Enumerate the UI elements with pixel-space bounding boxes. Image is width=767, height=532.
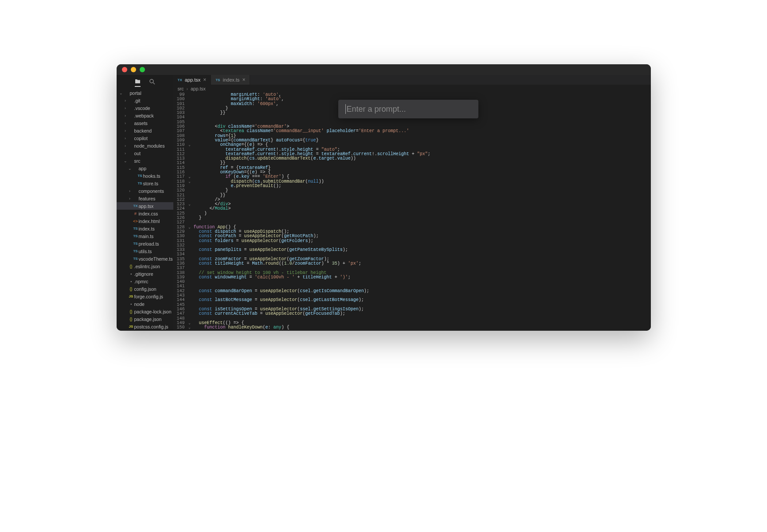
fold-marker: [188, 188, 192, 193]
chevron-right-icon[interactable]: ›: [123, 144, 128, 148]
explorer-icon[interactable]: [135, 78, 141, 87]
code-line[interactable]: <textarea className='commandBar__input' …: [194, 129, 651, 133]
tab-index-ts[interactable]: TSindex.ts×: [211, 75, 250, 85]
tree-item-postcss-config-js[interactable]: JSpostcss.config.js: [117, 323, 173, 330]
chevron-right-icon[interactable]: ›: [123, 151, 128, 156]
tree-item-node_modules[interactable]: ›node_modules: [117, 142, 173, 149]
code-line[interactable]: const titleHeight = Math.round((1.0/zoom…: [194, 262, 651, 266]
tree-item--webpack[interactable]: ›.webpack: [117, 112, 173, 119]
tree-item-vscodeTheme-ts[interactable]: TSvscodeTheme.ts: [117, 255, 173, 262]
code-line[interactable]: [194, 220, 651, 225]
tree-item-utils-ts[interactable]: TSutils.ts: [117, 247, 173, 255]
fold-marker[interactable]: ⌄: [188, 175, 192, 179]
code-line[interactable]: const folders = useAppSelector(getFolder…: [194, 239, 651, 243]
chevron-right-icon[interactable]: ›: [123, 106, 128, 110]
tab-app-tsx[interactable]: TXapp.tsx×: [173, 75, 211, 85]
chevron-right-icon[interactable]: ›: [123, 121, 128, 125]
fold-marker[interactable]: ⌄: [188, 321, 192, 325]
tree-item--git[interactable]: ›.git: [117, 97, 173, 104]
breadcrumb-item[interactable]: app.tsx: [191, 86, 206, 91]
tree-item--npmrc[interactable]: ▪.npmrc: [117, 278, 173, 285]
fold-marker[interactable]: ⌄: [188, 202, 192, 207]
code-line[interactable]: }}: [194, 193, 651, 198]
tree-item-out[interactable]: ›out: [117, 149, 173, 157]
fold-marker: [188, 166, 192, 170]
code-line[interactable]: }: [194, 188, 651, 193]
fold-gutter[interactable]: ⌄⌄⌄⌄⌄⌄⌄: [188, 93, 192, 331]
tree-item-components[interactable]: ›components: [117, 187, 173, 195]
editor-body[interactable]: 9910010110210310410510610710810911011111…: [173, 93, 651, 331]
tree-item-package-lock-json[interactable]: {}package-lock.json: [117, 308, 173, 315]
chevron-right-icon[interactable]: ›: [123, 129, 128, 133]
minimize-window-button[interactable]: [131, 67, 136, 72]
chevron-down-icon[interactable]: ⌄: [118, 91, 124, 95]
tree-item-index-css[interactable]: #index.css: [117, 210, 173, 217]
tree-item-copilot[interactable]: ›copilot: [117, 134, 173, 142]
close-icon[interactable]: ×: [203, 77, 206, 83]
breadcrumb[interactable]: src › app.tsx: [173, 85, 651, 93]
tree-item-portal[interactable]: ⌄portal: [117, 89, 173, 97]
code-content[interactable]: marginLeft: 'auto', marginRight: 'auto',…: [192, 93, 651, 331]
code-line[interactable]: function handleKeyDown(e: any) {: [194, 325, 651, 330]
close-window-button[interactable]: [122, 67, 127, 72]
fold-marker: [188, 129, 192, 133]
file-icon: {}: [128, 309, 134, 314]
fold-marker: [188, 193, 192, 198]
chevron-down-icon[interactable]: ⌄: [127, 166, 133, 171]
tree-item-preload-ts[interactable]: TSpreload.ts: [117, 240, 173, 247]
code-line[interactable]: const paneSplits = useAppSelector(getPan…: [194, 248, 651, 252]
fold-marker: [188, 111, 192, 115]
chevron-right-icon[interactable]: ›: [123, 98, 128, 103]
code-line[interactable]: [194, 280, 651, 284]
fold-marker[interactable]: ⌄: [188, 180, 192, 184]
tree-item-hooks-ts[interactable]: TShooks.ts: [117, 172, 173, 180]
tree-item-app-tsx[interactable]: TXapp.tsx: [117, 202, 173, 210]
search-icon[interactable]: [149, 79, 155, 86]
code-line[interactable]: </div>: [194, 202, 651, 207]
tree-item-src[interactable]: ⌄src: [117, 157, 173, 164]
tree-item-main-ts[interactable]: TSmain.ts: [117, 232, 173, 240]
fold-marker[interactable]: ⌄: [188, 143, 192, 147]
fold-marker[interactable]: ⌄: [188, 225, 192, 230]
chevron-right-icon[interactable]: ›: [127, 189, 133, 193]
fold-marker: [188, 170, 192, 175]
tree-item--eslintrc-json[interactable]: {}.eslintrc.json: [117, 262, 173, 270]
breadcrumb-item[interactable]: src: [178, 86, 184, 91]
maximize-window-button[interactable]: [140, 67, 145, 72]
titlebar[interactable]: [117, 64, 651, 75]
command-prompt[interactable]: Enter a prompt...: [338, 100, 478, 118]
tree-item-node[interactable]: ▪node: [117, 300, 173, 308]
code-line[interactable]: const currentActiveTab = useAppSelector(…: [194, 312, 651, 316]
chevron-down-icon[interactable]: ⌄: [123, 159, 128, 163]
code-line[interactable]: ): [194, 211, 651, 216]
tree-label: vscodeTheme.ts: [139, 256, 173, 262]
tree-item-features[interactable]: ›features: [117, 195, 173, 202]
code-line[interactable]: e.preventDefault();: [194, 184, 651, 188]
tree-label: .git: [134, 98, 141, 103]
chevron-right-icon[interactable]: ›: [127, 196, 133, 201]
tree-item-backend[interactable]: ›backend: [117, 127, 173, 134]
code-line[interactable]: const commandBarOpen = useAppSelector(cs…: [194, 289, 651, 293]
code-line[interactable]: const lastBotMessage = useAppSelector(cs…: [194, 298, 651, 302]
close-icon[interactable]: ×: [242, 77, 245, 83]
tree-item-config-json[interactable]: {}config.json: [117, 285, 173, 293]
tree-item-assets[interactable]: ›assets: [117, 119, 173, 127]
tree-item-index-html[interactable]: <>index.html: [117, 217, 173, 225]
chevron-right-icon[interactable]: ›: [123, 113, 128, 118]
tree-item--gitignore[interactable]: ▪.gitignore: [117, 270, 173, 278]
tree-item-store-ts[interactable]: TSstore.ts: [117, 180, 173, 187]
tree-item-index-ts[interactable]: TSindex.ts: [117, 225, 173, 232]
code-line[interactable]: }: [194, 216, 651, 220]
code-line[interactable]: />: [194, 198, 651, 202]
code-line[interactable]: [194, 317, 651, 321]
tree-item-package-json[interactable]: {}package.json: [117, 315, 173, 323]
tree-item-forge-config-js[interactable]: JSforge.config.js: [117, 293, 173, 300]
file-icon: {}: [128, 317, 134, 321]
fold-marker[interactable]: ⌄: [188, 325, 192, 330]
code-line[interactable]: const windowHeight = 'calc(100vh - ' + t…: [194, 275, 651, 280]
tree-item--vscode[interactable]: ›.vscode: [117, 104, 173, 112]
code-line[interactable]: </Modal>: [194, 207, 651, 211]
code-line[interactable]: dispatch(cs.updateCommandBarText(e.targe…: [194, 156, 651, 161]
tree-item-app[interactable]: ⌄app: [117, 164, 173, 172]
chevron-right-icon[interactable]: ›: [123, 136, 128, 141]
